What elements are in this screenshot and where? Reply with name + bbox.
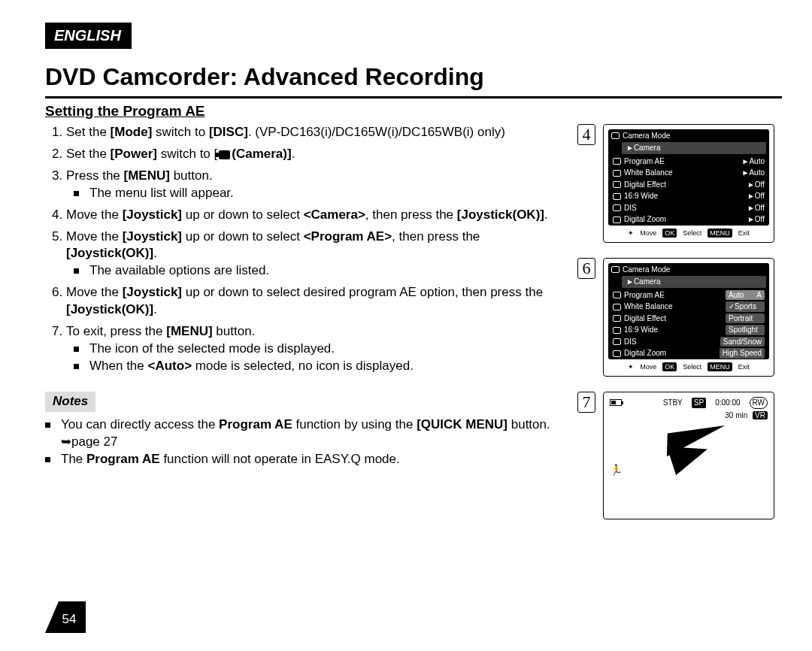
remaining-time: 30 min — [725, 411, 747, 419]
vr-badge: VR — [753, 411, 768, 419]
menu-row: 16:9 WideSpotlight — [608, 324, 769, 336]
camcorder-icon — [611, 266, 620, 273]
step-7-sub1: The icon of the selected mode is display… — [74, 341, 564, 358]
sports-mode-icon: 🏃 — [610, 463, 623, 477]
screen-6: Camera Mode ►Camera Program AEAuto AWhit… — [603, 258, 774, 377]
menu-row: Program AEAuto A — [608, 289, 769, 301]
instructions-column: Set the [Mode] switch to [DISC]. (VP-DC1… — [45, 124, 564, 534]
menu-row: Digital Zoom►Off — [608, 213, 769, 226]
page-title: DVD Camcorder: Advanced Recording — [45, 61, 782, 98]
row-icon — [613, 181, 621, 188]
step-5-sub: The available options are listed. — [74, 262, 564, 280]
note-1: You can directly access the Program AE f… — [45, 416, 564, 451]
osd-controls: ✦Move OKSelect MENUExit — [608, 226, 769, 238]
row-icon — [613, 193, 621, 200]
menu-row: White Balance►Auto — [608, 167, 769, 179]
time-counter: 0:00:00 — [715, 398, 740, 408]
camera-icon — [219, 150, 230, 159]
row-icon — [613, 170, 621, 177]
osd-title: Camera Mode — [623, 265, 670, 275]
menu-row: DISSand/Snow — [608, 336, 769, 348]
osd-controls: ✦Move OKSelect MENUExit — [608, 359, 769, 371]
row-icon — [613, 216, 621, 223]
notes-heading: Notes — [45, 392, 95, 412]
row-icon — [613, 304, 621, 310]
figure-7: 7 STBY SP 0:00:00 RW 30 min VR 🏃 — [577, 392, 782, 519]
step-3: Press the [MENU] button. The menu list w… — [66, 168, 564, 202]
figure-number-6: 6 — [577, 258, 595, 279]
figure-number-4: 4 — [577, 124, 595, 145]
figure-4: 4 Camera Mode ►Camera Program AE►AutoWhi… — [577, 124, 782, 243]
section-title: Setting the Program AE — [45, 101, 782, 121]
page-number-badge: 54 — [45, 601, 86, 633]
menu-row: Digital ZoomHigh Speed — [608, 347, 769, 359]
svg-text:54: 54 — [62, 612, 77, 626]
row-icon — [613, 350, 621, 357]
osd-title: Camera Mode — [623, 131, 670, 141]
step-6: Move the [Joystick] up or down to select… — [66, 284, 564, 319]
menu-row: Digital Effect►Off — [608, 179, 769, 191]
screen-4: Camera Mode ►Camera Program AE►AutoWhite… — [603, 124, 774, 243]
menu-row: Digital EffectPortrait — [608, 313, 769, 325]
battery-icon — [610, 399, 622, 406]
rw-badge: RW — [750, 397, 768, 409]
step-list: Set the [Mode] switch to [DISC]. (VP-DC1… — [45, 124, 564, 375]
figure-number-7: 7 — [577, 392, 595, 413]
step-3-sub: The menu list will appear. — [74, 185, 564, 202]
step-2: Set the [Power] switch to [(Camera)]. — [66, 146, 564, 163]
language-tag: ENGLISH — [45, 23, 132, 49]
camcorder-icon — [611, 132, 620, 139]
row-icon — [613, 204, 621, 211]
row-icon — [613, 327, 621, 334]
scene-mountain-icon — [667, 435, 712, 475]
row-icon — [613, 315, 621, 322]
screen-7: STBY SP 0:00:00 RW 30 min VR 🏃 — [603, 392, 774, 519]
step-5: Move the [Joystick] up or down to select… — [66, 229, 564, 280]
row-icon — [613, 158, 621, 165]
menu-row: 16:9 Wide►Off — [608, 190, 769, 202]
stby-label: STBY — [663, 398, 683, 408]
menu-row: DIS►Off — [608, 202, 769, 214]
menu-row: Program AE►Auto — [608, 156, 769, 168]
figure-6: 6 Camera Mode ►Camera Program AEAuto AWh… — [577, 258, 782, 377]
osd-breadcrumb: ►Camera — [622, 142, 766, 154]
step-1: Set the [Mode] switch to [DISC]. (VP-DC1… — [66, 124, 564, 141]
figures-column: 4 Camera Mode ►Camera Program AE►AutoWhi… — [577, 124, 782, 534]
step-4: Move the [Joystick] up or down to select… — [66, 207, 564, 224]
sp-badge: SP — [692, 398, 706, 408]
step-7: To exit, press the [MENU] button. The ic… — [66, 323, 564, 375]
note-2: The Program AE function will not operate… — [45, 451, 564, 468]
osd-breadcrumb: ►Camera — [622, 276, 766, 288]
step-7-sub2: When the <Auto> mode is selected, no ico… — [74, 358, 564, 375]
row-icon — [613, 338, 621, 345]
menu-row: White Balance✓Sports — [608, 301, 769, 313]
row-icon — [613, 292, 621, 298]
